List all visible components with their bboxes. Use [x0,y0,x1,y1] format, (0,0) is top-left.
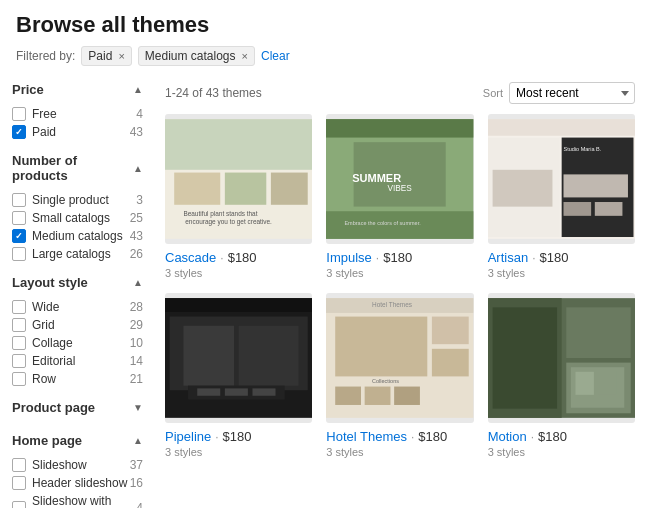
label-single: Single product [32,193,109,207]
svg-text:encourage you to get creative.: encourage you to get creative. [185,218,272,226]
theme-meta-motion: Motion · $180 [488,429,635,444]
filter-bar: Filtered by: Paid × Medium catalogs × Cl… [16,46,629,66]
sidebar-item-medium: Medium catalogs 43 [12,229,143,243]
count-small: 25 [130,211,143,225]
filter-tag-paid[interactable]: Paid × [81,46,131,66]
count-slideshow: 37 [130,458,143,472]
theme-price-motion: $180 [538,429,567,444]
theme-image-impulse[interactable]: SUMMER VIBES Embrace the colors of summe… [326,114,473,244]
theme-name-motion[interactable]: Motion [488,429,527,444]
sidebar-item-paid: Paid 43 [12,125,143,139]
count-collage: 10 [130,336,143,350]
checkbox-wide[interactable] [12,300,26,314]
theme-name-impulse[interactable]: Impulse [326,250,372,265]
theme-card-motion: Motion · $180 3 styles [488,293,635,458]
theme-name-pipeline[interactable]: Pipeline [165,429,211,444]
sidebar-section-pp-header[interactable]: Product page ▼ [12,400,143,419]
label-row: Row [32,372,56,386]
label-paid: Paid [32,125,56,139]
filter-tag-medium-remove[interactable]: × [242,50,248,62]
theme-meta-hotel-themes: Hotel Themes · $180 [326,429,473,444]
sidebar-item-wide: Wide 28 [12,300,143,314]
sidebar-item-free: Free 4 [12,107,143,121]
svg-rect-31 [252,388,275,395]
svg-rect-4 [271,173,308,205]
checkbox-grid[interactable] [12,318,26,332]
count-large: 26 [130,247,143,261]
count-wide: 28 [130,300,143,314]
theme-meta-impulse: Impulse · $180 [326,250,473,265]
label-slideshow: Slideshow [32,458,87,472]
theme-separator-pipeline: · [215,430,218,444]
svg-rect-37 [432,349,469,377]
theme-name-artisan[interactable]: Artisan [488,250,528,265]
theme-styles-pipeline: 3 styles [165,446,312,458]
theme-separator-motion: · [531,430,534,444]
theme-separator-hotel: · [411,430,414,444]
svg-rect-8 [326,119,473,137]
filter-label: Filtered by: [16,49,75,63]
svg-text:Hotel Themes: Hotel Themes [372,301,412,308]
theme-styles-motion: 3 styles [488,446,635,458]
sidebar-item-single: Single product 3 [12,193,143,207]
svg-rect-35 [336,317,428,377]
filter-tag-paid-remove[interactable]: × [118,50,124,62]
checkbox-small[interactable] [12,211,26,225]
label-slideshow-video: Slideshow with video [32,494,136,508]
svg-rect-40 [365,387,391,405]
svg-rect-36 [432,317,469,345]
count-free: 4 [136,107,143,121]
sidebar-section-hp-header[interactable]: Home page ▲ [12,433,143,452]
sidebar-section-nop-header[interactable]: Number of products ▲ [12,153,143,187]
sort-select[interactable]: Most recent Price: Low to High Price: Hi… [509,82,635,104]
filter-clear-link[interactable]: Clear [261,49,290,63]
sidebar-section-layout: Layout style ▲ Wide 28 Grid 29 [12,275,143,386]
checkbox-medium[interactable] [12,229,26,243]
theme-meta-artisan: Artisan · $180 [488,250,635,265]
checkbox-header-slideshow[interactable] [12,476,26,490]
checkbox-free[interactable] [12,107,26,121]
sidebar-section-hp-label: Home page [12,433,82,448]
filter-tag-medium[interactable]: Medium catalogs × [138,46,255,66]
checkbox-editorial[interactable] [12,354,26,368]
theme-image-cascade[interactable]: Beautiful plant stands that encourage yo… [165,114,312,244]
theme-name-cascade[interactable]: Cascade [165,250,216,265]
checkbox-collage[interactable] [12,336,26,350]
svg-text:VIBES: VIBES [388,184,413,193]
theme-price-pipeline: $180 [223,429,252,444]
svg-rect-21 [563,202,591,216]
sidebar-section-price-label: Price [12,82,44,97]
theme-name-hotel-themes[interactable]: Hotel Themes [326,429,407,444]
content-area: 1-24 of 43 themes Sort Most recent Price… [155,82,645,508]
sidebar-section-price-header[interactable]: Price ▲ [12,82,143,101]
checkbox-paid[interactable] [12,125,26,139]
sidebar-section-nop-label: Number of products [12,153,133,183]
svg-rect-24 [165,298,312,312]
svg-rect-45 [566,307,630,358]
sidebar: Price ▲ Free 4 Paid 43 Number of [0,82,155,508]
checkbox-slideshow-video[interactable] [12,501,26,508]
sidebar-section-layout-header[interactable]: Layout style ▲ [12,275,143,294]
checkbox-row[interactable] [12,372,26,386]
sidebar-section-home-page: Home page ▲ Slideshow 37 Header slidesho… [12,433,143,508]
results-count: 1-24 of 43 themes [165,86,262,100]
theme-image-pipeline[interactable] [165,293,312,423]
theme-styles-artisan: 3 styles [488,267,635,279]
label-editorial: Editorial [32,354,75,368]
theme-price-hotel-themes: $180 [418,429,447,444]
theme-separator-impulse: · [376,251,379,265]
sidebar-item-header-slideshow: Header slideshow 16 [12,476,143,490]
checkbox-single[interactable] [12,193,26,207]
theme-image-hotel-themes[interactable]: Hotel Themes Collections [326,293,473,423]
svg-rect-49 [598,372,616,395]
filter-tag-paid-label: Paid [88,49,112,63]
theme-image-artisan[interactable]: Studio Maria B. [488,114,635,244]
checkbox-slideshow[interactable] [12,458,26,472]
label-wide: Wide [32,300,59,314]
svg-text:Collections: Collections [372,378,399,384]
theme-image-motion[interactable] [488,293,635,423]
sort-control: Sort Most recent Price: Low to High Pric… [483,82,635,104]
checkbox-large[interactable] [12,247,26,261]
label-medium: Medium catalogs [32,229,123,243]
svg-rect-22 [594,202,622,216]
